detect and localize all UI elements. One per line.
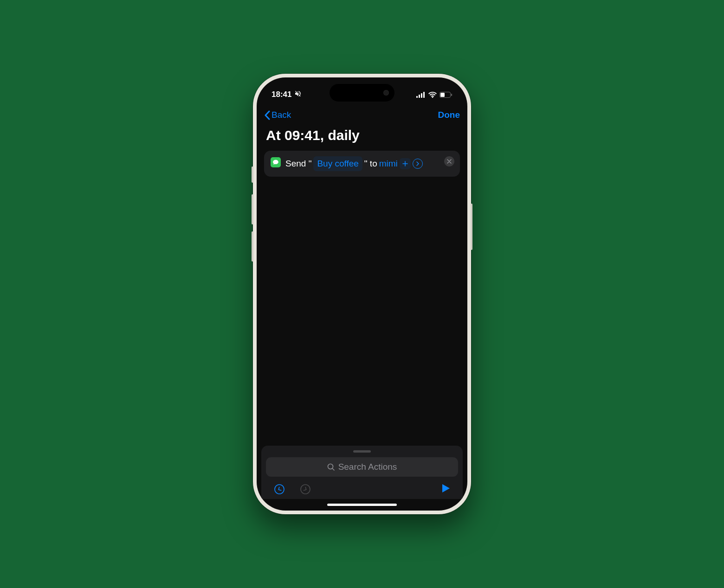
volume-down-button bbox=[252, 231, 253, 262]
redo-icon bbox=[300, 484, 311, 495]
close-icon bbox=[447, 159, 452, 164]
page-title: At 09:41, daily bbox=[257, 125, 467, 151]
phone-screen: 18:41 Back Done bbox=[257, 77, 467, 511]
svg-point-9 bbox=[301, 485, 310, 494]
battery-icon bbox=[440, 92, 452, 98]
undo-button[interactable] bbox=[273, 483, 285, 495]
cellular-icon bbox=[416, 92, 426, 98]
action-button bbox=[252, 166, 253, 183]
panel-grabber[interactable] bbox=[353, 450, 371, 453]
delete-action-button[interactable] bbox=[444, 156, 454, 166]
home-indicator[interactable] bbox=[327, 504, 397, 506]
undo-icon bbox=[274, 484, 285, 495]
message-parameter[interactable]: Buy coffee bbox=[313, 156, 362, 171]
front-camera bbox=[383, 90, 389, 96]
search-actions-field[interactable]: Search Actions bbox=[266, 457, 458, 477]
svg-rect-1 bbox=[419, 95, 420, 98]
navigation-bar: Back Done bbox=[257, 103, 467, 125]
back-label: Back bbox=[272, 110, 291, 120]
expand-action-button[interactable] bbox=[413, 159, 423, 169]
done-button[interactable]: Done bbox=[438, 110, 460, 120]
svg-rect-5 bbox=[440, 93, 445, 97]
svg-rect-3 bbox=[423, 92, 425, 98]
wifi-icon bbox=[428, 92, 437, 98]
add-recipient-button[interactable] bbox=[400, 158, 411, 169]
search-placeholder: Search Actions bbox=[338, 462, 397, 472]
action-verb-pre: Send " bbox=[285, 157, 311, 171]
volume-up-button bbox=[252, 194, 253, 224]
action-verb-mid: " to bbox=[364, 157, 377, 171]
editor-toolbar bbox=[266, 477, 458, 499]
svg-point-8 bbox=[275, 485, 284, 494]
chevron-left-icon bbox=[264, 110, 270, 120]
messages-app-icon bbox=[271, 157, 281, 167]
search-panel: Search Actions bbox=[261, 446, 463, 499]
svg-rect-0 bbox=[416, 96, 418, 98]
back-button[interactable]: Back bbox=[264, 110, 291, 120]
action-sentence: Send " Buy coffee " to mimi bbox=[285, 156, 453, 171]
chevron-right-icon bbox=[416, 161, 420, 166]
recipient-parameter[interactable]: mimi bbox=[379, 157, 398, 171]
plus-icon bbox=[402, 161, 408, 166]
search-icon bbox=[327, 463, 335, 471]
svg-rect-2 bbox=[421, 93, 422, 98]
run-shortcut-button[interactable] bbox=[441, 483, 451, 495]
status-time: 18:41 bbox=[272, 90, 291, 99]
redo-button bbox=[299, 483, 311, 495]
play-icon bbox=[441, 483, 451, 493]
dynamic-island bbox=[330, 84, 394, 102]
svg-rect-6 bbox=[451, 94, 452, 96]
actions-list: Send " Buy coffee " to mimi bbox=[257, 151, 467, 446]
power-button bbox=[471, 204, 472, 250]
phone-frame: 18:41 Back Done bbox=[253, 74, 471, 514]
mute-icon bbox=[294, 90, 302, 100]
send-message-action-card[interactable]: Send " Buy coffee " to mimi bbox=[264, 151, 460, 177]
